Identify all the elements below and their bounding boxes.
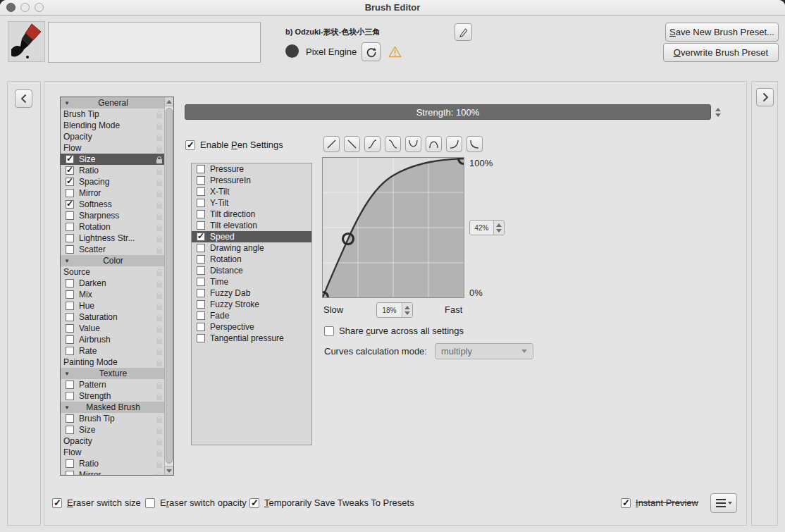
sensor-row-y-tilt[interactable]: Y-Tilt [192,197,311,209]
curve-preset-decay-button[interactable] [466,136,483,152]
option-checkbox[interactable] [66,234,74,242]
option-row-ratio[interactable]: Ratio [61,458,166,469]
curve-preset-linear-up-button[interactable] [323,136,340,152]
sensor-checkbox[interactable] [197,334,205,342]
strength-spinner[interactable] [712,104,724,120]
scrollbar-thumb[interactable] [166,108,173,464]
sensor-row-drawing-angle[interactable]: Drawing angle [192,242,311,254]
instant-preview-checkbox[interactable] [621,498,631,508]
option-row-ratio[interactable]: Ratio [61,165,166,176]
option-checkbox[interactable] [66,200,74,209]
option-row-source[interactable]: Source [61,266,166,278]
option-row-rate[interactable]: Rate [61,345,166,357]
reload-preset-button[interactable] [361,42,381,61]
options-scrollbar[interactable] [164,97,173,475]
option-checkbox[interactable] [66,459,74,468]
sensor-checkbox[interactable] [197,255,205,264]
option-checkbox[interactable] [66,166,74,175]
option-checkbox[interactable] [66,302,74,310]
previous-page-button[interactable] [15,89,32,108]
sensor-row-distance[interactable]: Distance [192,265,311,276]
option-checkbox[interactable] [66,324,74,333]
title-bar[interactable]: Brush Editor [0,0,785,16]
detach-menu-button[interactable] [710,493,737,513]
scroll-up-button[interactable] [165,97,173,106]
option-checkbox[interactable] [66,279,74,287]
curve-preset-u-shape-button[interactable] [405,136,421,152]
option-row-brush-tip[interactable]: Brush Tip [61,413,166,424]
curve-preset-linear-down-button[interactable] [344,136,360,152]
scroll-down-button[interactable] [165,466,173,475]
sensor-checkbox[interactable] [197,289,205,297]
sensor-checkbox[interactable] [197,311,205,320]
option-row-strength[interactable]: Strength [61,390,166,402]
option-row-saturation[interactable]: Saturation [61,311,166,323]
option-row-rotation[interactable]: Rotation [61,221,166,233]
sensor-row-perspective[interactable]: Perspective [192,321,311,333]
option-row-darken[interactable]: Darken [61,278,166,289]
option-checkbox[interactable] [66,313,74,321]
options-section-header-general[interactable]: ▼General [61,97,166,109]
sensor-checkbox[interactable] [197,165,205,173]
option-row-flow[interactable]: Flow [61,142,166,154]
eraser-switch-opacity-checkbox[interactable] [145,498,155,508]
sensor-checkbox[interactable] [197,221,205,230]
option-checkbox[interactable] [66,211,74,220]
sensor-checkbox[interactable] [197,210,205,218]
option-row-size[interactable]: Size [61,154,166,165]
option-row-airbrush[interactable]: Airbrush [61,334,166,345]
option-row-mirror[interactable]: Mirror [61,187,166,199]
sensor-checkbox[interactable] [197,244,205,252]
overwrite-preset-button[interactable]: Overwrite Brush Preset [663,43,779,62]
options-section-header-masked-brush[interactable]: ▼Masked Brush [61,402,166,413]
option-checkbox[interactable] [66,155,74,163]
sensor-row-tangential-pressure[interactable]: Tangential pressure [192,333,311,344]
save-tweaks-checkbox[interactable] [249,498,259,508]
options-section-header-color[interactable]: ▼Color [61,255,166,266]
option-row-mix[interactable]: Mix [61,289,166,300]
option-checkbox[interactable] [66,426,74,434]
rename-preset-button[interactable] [455,23,472,41]
eraser-switch-size-checkbox[interactable] [52,498,62,508]
option-row-spacing[interactable]: Spacing [61,176,166,187]
option-row-lightness-str[interactable]: Lightness Str... [61,233,166,244]
option-row-blending-mode[interactable]: Blending Mode [61,120,166,131]
curve-x-spinbox[interactable]: 18% [376,302,413,318]
option-checkbox[interactable] [66,471,74,476]
save-new-preset-button[interactable]: Save New Brush Preset... [665,23,779,42]
option-row-value[interactable]: Value [61,323,166,334]
option-row-size[interactable]: Size [61,424,166,435]
sensor-checkbox[interactable] [197,199,205,207]
sensor-row-rotation[interactable]: Rotation [192,254,311,265]
option-checkbox[interactable] [66,223,74,231]
strength-slider[interactable]: Strength: 100% [185,104,711,120]
sensor-row-fuzzy-stroke[interactable]: Fuzzy Stroke [192,299,311,310]
sensor-row-x-tilt[interactable]: X-Tilt [192,186,311,197]
option-row-brush-tip[interactable]: Brush Tip [61,109,166,120]
sensor-row-fade[interactable]: Fade [192,310,311,321]
option-row-flow[interactable]: Flow [61,447,166,458]
option-row-opacity[interactable]: Opacity [61,435,166,447]
curve-preset-j-curve-button[interactable] [446,136,462,152]
calc-mode-dropdown[interactable]: multiply [435,343,533,359]
sensor-checkbox[interactable] [197,266,205,275]
option-checkbox[interactable] [66,414,74,423]
scratchpad-preview[interactable] [48,22,261,63]
sensor-row-pressurein[interactable]: PressureIn [192,175,311,186]
option-checkbox[interactable] [66,245,74,254]
sensor-row-pressure[interactable]: Pressure [192,163,311,175]
curve-preset-s-curve-reverse-button[interactable] [385,136,401,152]
option-row-sharpness[interactable]: Sharpness [61,210,166,221]
sensor-row-tilt-elevation[interactable]: Tilt elevation [192,220,311,231]
enable-pen-settings-checkbox[interactable] [185,140,195,150]
option-checkbox[interactable] [66,335,74,344]
sensor-checkbox[interactable] [197,233,205,241]
curve-editor[interactable] [322,157,464,298]
sensor-checkbox[interactable] [197,300,205,309]
option-checkbox[interactable] [66,381,74,389]
options-section-header-texture[interactable]: ▼Texture [61,368,166,379]
option-row-mirror[interactable]: Mirror [61,469,166,476]
option-checkbox[interactable] [66,189,74,197]
option-row-pattern[interactable]: Pattern [61,379,166,390]
option-row-painting-mode[interactable]: Painting Mode [61,357,166,368]
